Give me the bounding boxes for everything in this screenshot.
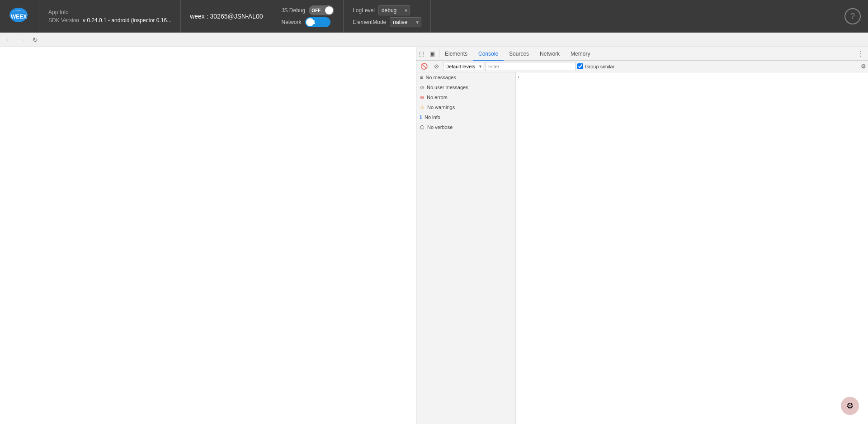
- message-text: No errors: [427, 95, 448, 100]
- level-selector[interactable]: Default levels Verbose Info Warnings Err…: [443, 62, 483, 71]
- user-icon: ⊘: [420, 85, 424, 91]
- tab-elements[interactable]: Elements: [439, 47, 473, 61]
- level-selector-wrapper: Default levels Verbose Info Warnings Err…: [443, 62, 483, 71]
- weex-id-section: weex : 30265@JSN-AL00: [181, 0, 272, 33]
- message-text: No info: [425, 114, 440, 120]
- devtools-panel: ⬚ ▣ Elements Console Sources Network Mem…: [416, 47, 868, 424]
- network-toggle[interactable]: ON: [305, 17, 330, 27]
- tab-sources[interactable]: Sources: [504, 47, 534, 61]
- message-text: No user messages: [427, 85, 468, 90]
- js-debug-knob: [325, 6, 333, 14]
- forward-icon: →: [19, 36, 25, 43]
- refresh-button[interactable]: ↻: [31, 35, 40, 44]
- tab-console[interactable]: Console: [473, 47, 504, 61]
- filter-input[interactable]: [485, 62, 576, 71]
- log-level-section: LogLevel debug info warn error ▼ Element…: [344, 0, 431, 33]
- list-item[interactable]: ⊗ No errors: [416, 92, 515, 102]
- element-mode-wrapper: native web ▼: [390, 17, 421, 27]
- network-label: Network: [281, 19, 301, 25]
- log-level-wrapper: debug info warn error ▼: [378, 5, 410, 15]
- log-level-select[interactable]: debug info warn error: [378, 5, 410, 15]
- gear-icon: ⚙: [861, 63, 866, 70]
- back-icon: ←: [5, 36, 12, 43]
- help-icon: ?: [850, 12, 855, 21]
- sdk-version-label: SDK Version: [48, 17, 79, 24]
- list-item[interactable]: ⚠ No warnings: [416, 102, 515, 112]
- js-debug-toggle[interactable]: OFF: [309, 5, 334, 15]
- corner-settings-icon: ⚙: [846, 401, 854, 411]
- nav-bar: ← → ↻: [0, 33, 868, 47]
- list-item[interactable]: ≡ No messages: [416, 72, 515, 82]
- message-text: No warnings: [427, 105, 455, 110]
- main-content: ⬚ ▣ Elements Console Sources Network Mem…: [0, 47, 868, 424]
- tab-network[interactable]: Network: [534, 47, 565, 61]
- clear-icon: 🚫: [420, 63, 428, 70]
- group-similar-label[interactable]: Group similar: [577, 63, 614, 69]
- help-button[interactable]: ?: [844, 8, 861, 24]
- warning-icon: ⚠: [420, 105, 425, 110]
- weex-logo-icon: WEEX: [7, 5, 30, 28]
- preserve-icon: ⊘: [434, 63, 439, 70]
- console-list: ≡ No messages ⊘ No user messages ⊗ No er…: [416, 72, 516, 424]
- log-level-label: LogLevel: [353, 7, 375, 14]
- debug-section: JS Debug OFF Network ON: [272, 0, 344, 33]
- element-mode-select[interactable]: native web: [390, 17, 421, 27]
- element-mode-label: ElementMode: [353, 19, 386, 25]
- back-button[interactable]: ←: [4, 35, 14, 44]
- app-info-label: App Info: [48, 9, 69, 15]
- more-options-button[interactable]: ⋮: [854, 49, 868, 58]
- console-settings-button[interactable]: ⚙: [861, 63, 866, 70]
- list-icon: ≡: [420, 75, 423, 80]
- inspect-element-button[interactable]: ⬚: [416, 49, 426, 58]
- tab-memory[interactable]: Memory: [565, 47, 595, 61]
- list-item[interactable]: ⊘ No user messages: [416, 82, 515, 92]
- devtools-tabs-bar: ⬚ ▣ Elements Console Sources Network Mem…: [416, 47, 868, 61]
- verbose-icon: ⬡: [420, 124, 425, 130]
- forward-button[interactable]: →: [17, 35, 27, 44]
- preserve-log-button[interactable]: ⊘: [432, 62, 441, 71]
- device-icon: ▣: [429, 50, 435, 57]
- clear-console-button[interactable]: 🚫: [418, 62, 430, 71]
- console-messages: ≡ No messages ⊘ No user messages ⊗ No er…: [416, 72, 868, 424]
- help-section: ?: [844, 8, 861, 24]
- error-icon: ⊗: [420, 95, 424, 100]
- js-debug-label: JS Debug: [281, 7, 305, 14]
- message-text: No verbose: [427, 124, 453, 130]
- expand-panel-button[interactable]: ›: [516, 72, 521, 424]
- group-similar-checkbox[interactable]: [577, 63, 583, 69]
- devtools-icon-group: ⬚ ▣: [416, 49, 439, 58]
- group-similar-text: Group similar: [585, 64, 614, 69]
- console-toolbar: 🚫 ⊘ Default levels Verbose Info Warnings…: [416, 61, 868, 72]
- svg-text:WEEX: WEEX: [11, 14, 27, 20]
- info-icon: ℹ: [420, 114, 422, 120]
- js-debug-state: OFF: [309, 8, 321, 13]
- weex-id: weex : 30265@JSN-AL00: [190, 13, 263, 20]
- console-outer: 🚫 ⊘ Default levels Verbose Info Warnings…: [416, 61, 868, 424]
- inspect-icon: ⬚: [419, 50, 424, 57]
- app-info-section: App Info SDK Version v 0.24.0.1 - androi…: [39, 0, 181, 33]
- sdk-version-value: v 0.24.0.1 - android (inspector 0.16...: [83, 17, 171, 24]
- console-detail: [521, 72, 868, 424]
- logo-section: WEEX: [7, 0, 39, 33]
- header: WEEX App Info SDK Version v 0.24.0.1 - a…: [0, 0, 868, 33]
- message-text: No messages: [425, 75, 456, 80]
- list-item[interactable]: ℹ No info: [416, 112, 515, 122]
- network-knob: [306, 18, 314, 26]
- browser-area: [0, 47, 416, 424]
- refresh-icon: ↻: [33, 36, 38, 43]
- device-mode-button[interactable]: ▣: [427, 49, 437, 58]
- corner-settings-button[interactable]: ⚙: [841, 397, 859, 415]
- list-item[interactable]: ⬡ No verbose: [416, 122, 515, 132]
